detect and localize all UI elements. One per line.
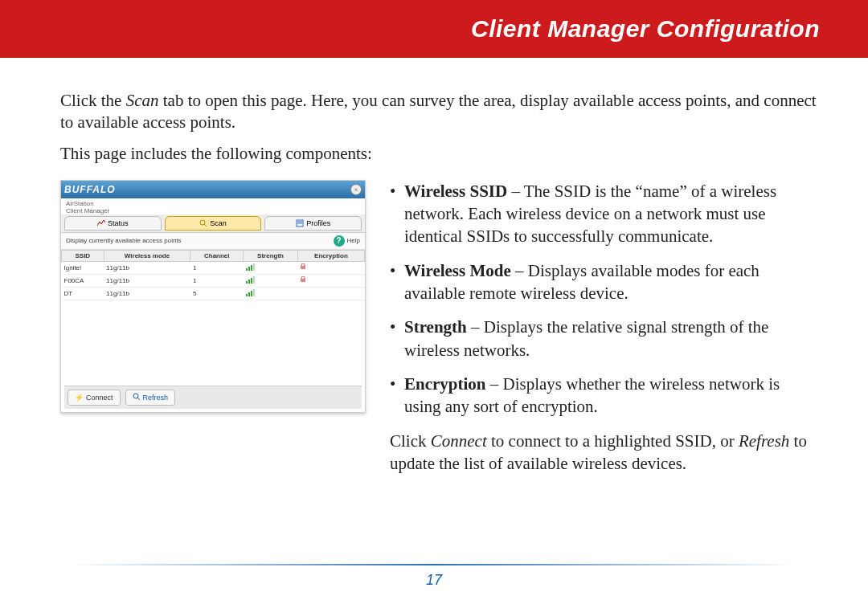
cell-mode: 11g/11b [104, 261, 190, 274]
signal-bars-icon [246, 276, 255, 284]
search-icon [199, 219, 207, 227]
bullet-list: Wireless SSID – The SSID is the “name” o… [390, 180, 820, 476]
col-channel[interactable]: Channel [190, 250, 244, 261]
tab-profiles-label: Profiles [306, 219, 330, 227]
cell-strength [244, 287, 298, 300]
refresh-button-label: Refresh [143, 394, 169, 402]
help-icon: ? [334, 235, 345, 247]
app-subtitle: AirStation Client Manager [61, 198, 365, 214]
access-points-table: SSID Wireless mode Channel Strength Encr… [61, 250, 365, 300]
window-titlebar: BUFFALO × [61, 181, 365, 198]
intro-paragraph: Click the Scan tab to open this page. He… [60, 90, 820, 134]
cell-channel: 5 [190, 287, 244, 300]
cell-mode: 11g/11b [104, 287, 190, 300]
bullet-encryption: Encryption – Displays whether the wirele… [390, 373, 820, 418]
refresh-icon [133, 393, 141, 402]
client-manager-screenshot: BUFFALO × AirStation Client Manager Stat… [60, 180, 366, 413]
cell-enc [297, 261, 364, 274]
connect-button[interactable]: ⚡ Connect [68, 390, 121, 406]
cell-ssid: Ignite! [62, 261, 104, 274]
bolt-icon: ⚡ [75, 394, 84, 402]
svg-line-8 [137, 398, 140, 400]
subtitle-2: Client Manager [66, 207, 109, 214]
refresh-button[interactable]: Refresh [125, 390, 176, 406]
header-bar: Client Manager Configuration [0, 0, 868, 58]
tab-profiles[interactable]: Profiles [264, 216, 362, 231]
signal-bars-icon [246, 263, 255, 271]
close-icon[interactable]: × [350, 184, 362, 195]
brand-logo: BUFFALO [64, 184, 116, 195]
term-enc: Encryption [404, 374, 486, 394]
caption-text: Display currently available access point… [66, 237, 182, 244]
body-row: BUFFALO × AirStation Client Manager Stat… [60, 180, 820, 476]
button-row: ⚡ Connect Refresh [64, 386, 362, 409]
bullet-ssid: Wireless SSID – The SSID is the “name” o… [390, 180, 820, 248]
manual-page: Client Manager Configuration Click the S… [0, 0, 868, 600]
closing-connect: Connect [431, 431, 487, 451]
cell-mode: 11g/11b [104, 274, 190, 287]
cell-strength [244, 261, 298, 274]
term-ssid: Wireless SSID [404, 182, 507, 201]
col-encryption[interactable]: Encryption [297, 250, 364, 261]
table-row[interactable]: F00CA 11g/11b 1 [62, 274, 365, 287]
lock-icon [300, 263, 306, 270]
tab-status[interactable]: Status [64, 216, 162, 231]
col-strength[interactable]: Strength [244, 250, 298, 261]
intro-post: tab to open this page. Here, you can sur… [60, 91, 817, 132]
footer: 17 [0, 564, 868, 589]
cell-ssid: F00CA [62, 274, 104, 287]
table-header-row: SSID Wireless mode Channel Strength Encr… [62, 250, 365, 261]
profile-icon [296, 219, 304, 227]
svg-rect-6 [301, 279, 305, 282]
subtitle-1: AirStation [66, 200, 94, 207]
bullet-mode: Wireless Mode – Displays available modes… [390, 259, 820, 305]
intro-scan-term: Scan [126, 91, 159, 110]
tab-scan-label: Scan [210, 219, 227, 227]
help-label: Help [347, 237, 360, 244]
closing-refresh: Refresh [739, 431, 789, 451]
table-row[interactable]: DT 11g/11b 5 [62, 287, 365, 300]
tab-bar: Status Scan Profiles [61, 214, 365, 233]
connect-button-label: Connect [86, 394, 113, 402]
svg-rect-5 [301, 266, 305, 269]
status-icon [97, 219, 105, 227]
signal-bars-icon [246, 289, 255, 296]
cell-ssid: DT [62, 287, 104, 300]
cell-strength [244, 274, 298, 287]
help-group[interactable]: ? Help [334, 235, 360, 247]
sub-intro: This page includes the following compone… [60, 144, 820, 164]
closing-paragraph: Click Connect to connect to a highlighte… [390, 430, 820, 476]
col-mode[interactable]: Wireless mode [104, 250, 190, 261]
page-number: 17 [0, 572, 868, 589]
col-ssid[interactable]: SSID [62, 250, 104, 261]
tab-status-label: Status [108, 219, 129, 227]
lock-icon [300, 276, 306, 283]
cell-channel: 1 [190, 261, 244, 274]
term-mode: Wireless Mode [404, 261, 511, 280]
cell-enc [297, 287, 364, 300]
closing-mid: to connect to a highlighted SSID, or [487, 431, 739, 451]
cell-channel: 1 [190, 274, 244, 287]
footer-divider [69, 564, 798, 565]
svg-line-1 [204, 224, 207, 227]
cell-enc [297, 274, 364, 287]
page-title: Client Manager Configuration [471, 15, 820, 43]
intro-pre: Click the [60, 91, 126, 110]
caption-row: Display currently available access point… [61, 233, 365, 250]
bullet-strength: Strength – Displays the relative signal … [390, 316, 820, 361]
table-row[interactable]: Ignite! 11g/11b 1 [62, 261, 365, 274]
tab-scan[interactable]: Scan [165, 216, 262, 231]
closing-pre: Click [390, 431, 431, 451]
term-strength: Strength [404, 317, 467, 337]
content-area: Click the Scan tab to open this page. He… [0, 58, 868, 483]
